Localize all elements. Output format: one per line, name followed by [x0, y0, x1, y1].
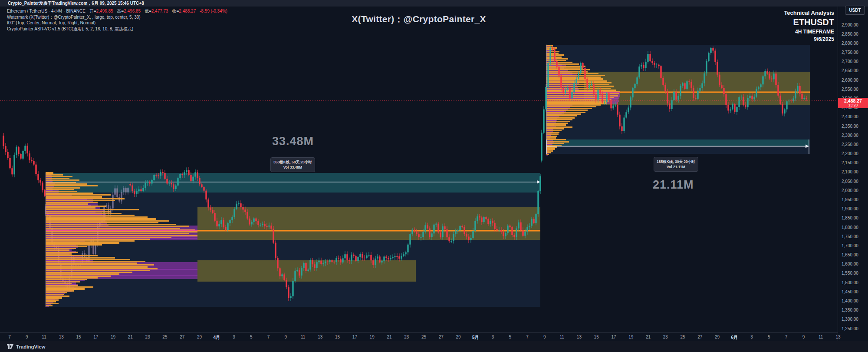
time-tick-label: 11	[555, 335, 569, 339]
price-tick-label: 2,150.00	[842, 160, 858, 165]
right-volume-label: 21.11M	[653, 178, 694, 192]
open-label: 开=	[89, 9, 96, 13]
price-tick-label: 2,600.00	[842, 78, 858, 83]
price-tick-label: 2,000.00	[842, 188, 858, 193]
indicator-settings-row: CryptoPainter ASR-VC v1.5 (BTC(通用), 5, 2…	[7, 26, 227, 32]
symbol-ohlc-row: Ethereum / TetherUS · 4小时 · BINANCE 开=2,…	[7, 8, 227, 14]
time-tick-label: 25	[675, 335, 690, 339]
price-tick-label: 2,100.00	[842, 169, 858, 174]
info-symbol: ETHUSDT	[784, 17, 834, 27]
text-settings-row: t00" (Top, Center, Normal, Top, Right, N…	[7, 20, 227, 26]
price-tick-label: 1,450.00	[842, 289, 858, 294]
price-tick-label: 2,800.00	[842, 41, 858, 46]
time-tick-label: 5	[762, 335, 776, 339]
time-tick-label: 17	[347, 335, 362, 339]
time-tick-label: 23	[399, 335, 414, 339]
price-axis[interactable]: 2,900.002,850.002,800.002,750.002,700.00…	[838, 0, 868, 341]
footer-brand-text: TradingView	[16, 344, 46, 349]
left-tooltip-vol: Vol 33.48M	[273, 165, 312, 170]
time-tick-label: 7	[520, 335, 535, 339]
time-tick-label: 29	[192, 335, 207, 339]
time-tick-label: 27	[434, 335, 448, 339]
time-tick-label: 25	[158, 335, 172, 339]
time-tick-label: 5月	[468, 335, 483, 341]
price-tick-label: 2,350.00	[842, 124, 858, 129]
window-titlebar: Crypto_Painter发表于TradingView.com，6月 09, …	[0, 0, 868, 7]
time-tick-label: 11	[296, 335, 310, 339]
low-label: 低=	[145, 9, 151, 13]
price-tick-label: 1,950.00	[842, 197, 858, 202]
time-axis[interactable]: 79111315171921232527294月3579111315171921…	[0, 332, 838, 341]
time-tick-label: 15	[330, 335, 345, 339]
time-tick-label: 27	[175, 335, 190, 339]
price-tick-label: 1,750.00	[842, 234, 858, 239]
price-tick-label: 1,550.00	[842, 271, 858, 276]
time-tick-label: 6月	[727, 335, 742, 341]
price-tick-label: 1,400.00	[842, 299, 858, 303]
time-tick-label: 15	[71, 335, 86, 339]
time-tick-label: 19	[365, 335, 379, 339]
time-tick-label: 17	[89, 335, 103, 339]
time-tick-label: 11	[813, 335, 828, 339]
time-tick-label: 27	[693, 335, 707, 339]
time-tick-label: 17	[606, 335, 621, 339]
price-tick-label: 1,800.00	[842, 225, 858, 230]
open-value: 2,496.85	[96, 9, 113, 13]
price-tick-label: 2,300.00	[842, 133, 858, 138]
price-tick-label: 1,600.00	[842, 262, 858, 266]
price-tick-label: 1,500.00	[842, 280, 858, 285]
time-tick-label: 19	[106, 335, 121, 339]
price-tick-label: 2,050.00	[842, 179, 858, 184]
time-tick-label: 9	[278, 335, 293, 339]
info-date: 9/6/2025	[784, 36, 834, 42]
symbol-title: Ethereum / TetherUS · 4小时 · BINANCE	[7, 9, 85, 13]
last-price-badge: 2,488.27 13:20	[838, 98, 868, 108]
time-tick-label: 19	[624, 335, 638, 339]
price-tick-label: 1,350.00	[842, 308, 858, 312]
left-volume-label: 33.48M	[272, 135, 314, 148]
high-value: 2,496.85	[124, 9, 141, 13]
price-tick-label: 2,650.00	[842, 68, 858, 73]
right-profile-tooltip: 185根K线, 30天 20小时 Vol 21.11M	[654, 157, 698, 172]
time-tick-label: 13	[54, 335, 69, 339]
time-tick-label: 21	[382, 335, 397, 339]
right-tooltip-vol: Vol 21.11M	[657, 164, 695, 169]
time-tick-label: 13	[313, 335, 328, 339]
left-profile-tooltip: 353根K线, 58天 20小时 Vol 33.48M	[270, 157, 315, 172]
time-tick-label: 15	[589, 335, 604, 339]
time-tick-label: 23	[140, 335, 155, 339]
price-tick-label: 1,850.00	[842, 216, 858, 220]
price-tick-label: 2,250.00	[842, 142, 858, 147]
time-tick-label: 4月	[209, 335, 224, 341]
time-tick-label: 25	[416, 335, 431, 339]
low-value: 2,477.73	[151, 9, 168, 13]
price-tick-label: 1,700.00	[842, 243, 858, 248]
time-tick-label: 9	[796, 335, 811, 339]
time-tick-label: 3	[744, 335, 759, 339]
price-tick-label: 2,900.00	[842, 23, 858, 27]
price-tick-label: 2,400.00	[842, 114, 858, 119]
currency-toggle-button[interactable]: USDT	[845, 6, 865, 15]
change-value: -8.59 (-0.34%)	[200, 9, 227, 13]
time-tick-label: 13	[572, 335, 586, 339]
price-tick-label: 2,550.00	[842, 87, 858, 92]
info-timeframe: 4H TIMEFRAME	[784, 29, 834, 35]
time-tick-label: 29	[710, 335, 725, 339]
tradingview-logo-icon	[7, 344, 13, 349]
time-tick-label: 23	[658, 335, 673, 339]
indicator-legend: Ethereum / TetherUS · 4小时 · BINANCE 开=2,…	[7, 8, 227, 32]
time-tick-label: 21	[641, 335, 655, 339]
time-tick-label: 21	[123, 335, 138, 339]
price-tick-label: 1,250.00	[842, 326, 858, 331]
time-tick-label: 29	[451, 335, 466, 339]
right-tooltip-bars: 185根K线, 30天 20小时	[657, 159, 695, 164]
time-tick-label: 7	[261, 335, 276, 339]
price-tick-label: 2,700.00	[842, 59, 858, 64]
close-value: 2,488.27	[179, 9, 196, 13]
tradingview-screenshot: Crypto_Painter发表于TradingView.com，6月 09, …	[0, 0, 868, 352]
time-tick-label: 5	[503, 335, 517, 339]
chart-canvas[interactable]	[0, 0, 868, 352]
time-tick-label: 7	[2, 335, 17, 339]
price-tick-label: 1,650.00	[842, 252, 858, 257]
info-panel: Technical Analysis ETHUSDT 4H TIMEFRAME …	[784, 10, 834, 42]
